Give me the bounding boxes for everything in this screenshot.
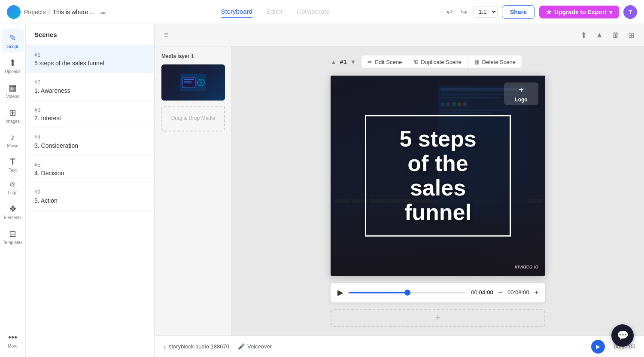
sidebar-label-templates: Templates: [3, 240, 23, 245]
tab-editor[interactable]: Editor: [266, 6, 283, 18]
scene-title-2: 1. Awareness: [34, 87, 146, 94]
arrange-up-btn[interactable]: ▲: [593, 29, 606, 41]
share-button[interactable]: Share: [502, 5, 535, 19]
scene-title-1: 5 steps of the sales funnel: [34, 60, 146, 67]
upload-toolbar-btn[interactable]: ⬆: [578, 29, 589, 42]
scene-num-2: #2: [34, 79, 146, 85]
media-thumbnail[interactable]: [161, 64, 225, 101]
toolbar-right: ⬆ ▲ 🗑 ⊞: [578, 29, 637, 42]
svg-rect-2: [184, 79, 194, 80]
scene-item-2[interactable]: #2 1. Awareness: [26, 73, 154, 101]
avatar[interactable]: T: [623, 5, 637, 19]
sidebar-item-images[interactable]: ⊞ Images: [2, 104, 24, 127]
add-scene-button[interactable]: +: [331, 309, 545, 327]
music-note-icon: ♪: [163, 343, 166, 350]
sidebar-label-text: Text: [9, 168, 16, 173]
sidebar-item-templates[interactable]: ⊟ Templates: [2, 225, 24, 248]
sidebar-item-uploads[interactable]: ⬆ Uploads: [2, 54, 24, 77]
sidebar-item-videos[interactable]: ▦ Videos: [2, 79, 24, 102]
scene-item-5[interactable]: #5 4. Decision: [26, 156, 154, 183]
scene-item-4[interactable]: #4 3. Consideration: [26, 128, 154, 156]
voiceover-track: 🎤 Voiceover: [238, 343, 272, 350]
sidebar-label-images: Images: [6, 119, 20, 124]
audio-track: ♪ storyblock audio 188670: [163, 343, 229, 350]
scenes-list: #1 5 steps of the sales funnel #2 1. Awa…: [26, 46, 154, 357]
text-icon: T: [10, 157, 15, 167]
bottom-bar: ♪ storyblock audio 188670 🎤 Voiceover ▶ …: [155, 336, 644, 357]
scene-num-1: #1: [34, 52, 146, 58]
uploads-icon: ⬆: [9, 58, 16, 68]
logo-badge[interactable]: + Logo: [504, 82, 538, 105]
sidebar-item-text[interactable]: T Text: [2, 153, 24, 176]
sidebar-item-more[interactable]: ••• More: [2, 329, 24, 352]
current-time: 00:04:00: [471, 289, 493, 296]
scene-num-5: #5: [34, 162, 146, 168]
images-icon: ⊞: [9, 107, 16, 118]
play-button[interactable]: ▶: [337, 288, 343, 297]
media-drop-zone[interactable]: Drag & Drop Media: [161, 106, 225, 131]
progress-bar[interactable]: [349, 292, 466, 293]
sidebar-item-script[interactable]: ✎ Script: [2, 29, 24, 52]
redo-button[interactable]: ↪: [459, 6, 469, 18]
scene-item-3[interactable]: #3 2. Interest: [26, 101, 154, 128]
storyboard-toolbar: ≡ ⬆ ▲ 🗑 ⊞: [155, 24, 644, 46]
cloud-icon: ☁: [99, 8, 106, 16]
mic-icon: 🎤: [238, 343, 245, 350]
prev-scene-btn[interactable]: ▲: [331, 58, 337, 65]
top-navigation: Projects / This is where ... ☁ Storyboar…: [0, 0, 644, 24]
sidebar-label-elements: Elements: [4, 215, 22, 220]
scene-num-6: #6: [34, 189, 146, 195]
sidebar-item-logo[interactable]: ® Logo: [2, 178, 24, 198]
sidebar-item-music[interactable]: ♪ Music: [2, 129, 24, 152]
grid-view-btn[interactable]: ⊞: [626, 29, 637, 42]
delete-scene-button[interactable]: 🗑 Delete Scene: [468, 56, 522, 68]
breadcrumb-separator: /: [49, 9, 50, 15]
text-line4: funnel: [378, 200, 498, 225]
videos-icon: ▦: [9, 82, 17, 93]
progress-thumb[interactable]: [404, 290, 410, 296]
edit-icon: ✏: [368, 59, 372, 65]
media-layer-label: Media layer 1: [161, 53, 225, 59]
delete-toolbar-btn[interactable]: 🗑: [609, 29, 622, 41]
upgrade-button[interactable]: ★ Upgrade to Export ▾: [539, 6, 619, 18]
delete-label: Delete Scene: [482, 59, 516, 65]
sidebar-label-music: Music: [7, 143, 18, 148]
text-box[interactable]: 5 steps of the sales funnel: [365, 115, 511, 236]
video-background: 5 steps of the sales funnel + Logo: [331, 76, 545, 276]
edit-label: Edit Scene: [375, 59, 402, 65]
edit-scene-button[interactable]: ✏ Edit Scene: [361, 56, 408, 68]
next-scene-btn[interactable]: ▼: [350, 58, 356, 65]
scene-item-6[interactable]: #6 5. Action: [26, 183, 154, 211]
time-bold: 4:00: [482, 289, 493, 296]
duplicate-scene-button[interactable]: ⧉ Duplicate Scene: [408, 55, 468, 68]
logo-text: Logo: [515, 97, 527, 103]
toolbar-left: ≡: [161, 29, 171, 41]
zoom-select[interactable]: 1:1 2:1 1:2: [473, 6, 498, 18]
scenes-header: Scenes: [26, 24, 154, 46]
scene-controls-bar: ▲ #1 ▼ ✏ Edit Scene ⧉ Duplicate Scene: [331, 55, 545, 69]
sidebar-item-elements[interactable]: ❖ Elements: [2, 200, 24, 223]
sidebar-label-script: Script: [7, 44, 18, 49]
time-plus-button[interactable]: +: [535, 289, 538, 296]
tab-collaborate[interactable]: Collaborate: [297, 6, 330, 18]
bottom-play-button[interactable]: ▶: [591, 340, 605, 354]
time-minus-button[interactable]: −: [498, 289, 502, 296]
more-icon: •••: [8, 333, 17, 342]
projects-link[interactable]: Projects: [24, 9, 46, 15]
text-line1: 5 steps: [378, 126, 498, 151]
text-line2: of the: [378, 151, 498, 176]
chat-button[interactable]: 💬: [611, 324, 634, 347]
breadcrumb-current: This is where ...: [52, 9, 94, 15]
watermark: invideo.io: [515, 263, 538, 270]
scene-item-1[interactable]: #1 5 steps of the sales funnel: [26, 46, 154, 73]
scene-title-4: 3. Consideration: [34, 142, 146, 149]
video-frame[interactable]: 5 steps of the sales funnel + Logo: [331, 76, 545, 276]
tab-storyboard[interactable]: Storyboard: [221, 6, 252, 18]
breadcrumb: Projects / This is where ... ☁: [24, 8, 106, 16]
video-canvas-wrapper: ▲ #1 ▼ ✏ Edit Scene ⧉ Duplicate Scene: [232, 46, 644, 336]
storyboard-area: ≡ ⬆ ▲ 🗑 ⊞ Media layer 1: [155, 24, 644, 357]
app-logo[interactable]: [7, 5, 21, 19]
logo-plus-icon: +: [519, 85, 524, 95]
align-button[interactable]: ≡: [161, 29, 171, 41]
undo-button[interactable]: ↩: [445, 6, 455, 18]
